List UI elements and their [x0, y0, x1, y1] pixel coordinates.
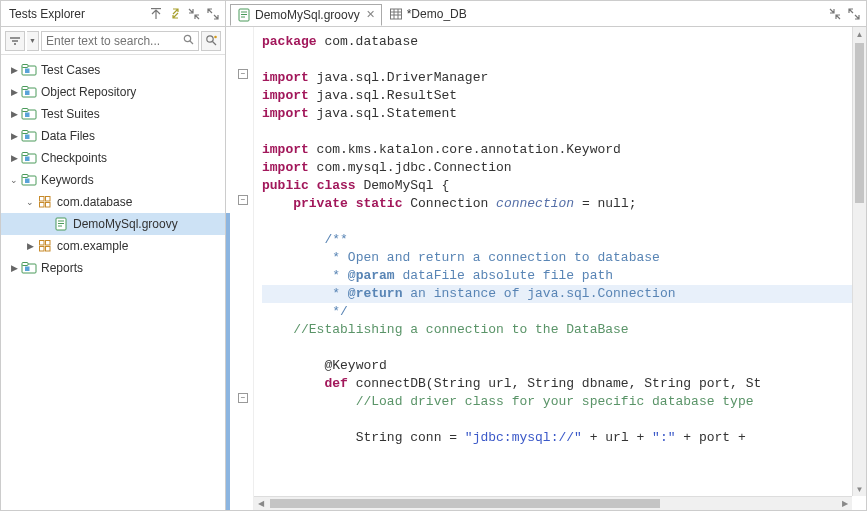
chevron-right-icon[interactable]: ▶: [7, 129, 21, 143]
svg-rect-41: [25, 267, 30, 272]
scroll-up-arrow[interactable]: ▲: [853, 27, 866, 41]
groovy-file-icon: [53, 217, 69, 231]
tab-demodb[interactable]: *Demo_DB: [382, 3, 474, 25]
tree-label: Data Files: [41, 129, 95, 143]
folder-icon: [21, 151, 37, 165]
scroll-thumb[interactable]: [270, 499, 660, 508]
tree-label: Keywords: [41, 173, 94, 187]
tab-label: DemoMySql.groovy: [255, 8, 360, 22]
folder-icon: [21, 107, 37, 121]
explorer-header: Tests Explorer: [1, 1, 225, 27]
svg-line-7: [212, 42, 216, 46]
svg-rect-11: [25, 69, 30, 74]
chevron-down-icon[interactable]: ⌄: [23, 195, 37, 209]
folder-icon: [21, 261, 37, 275]
chevron-right-icon[interactable]: ▶: [7, 85, 21, 99]
svg-point-8: [214, 36, 217, 39]
svg-rect-22: [22, 153, 28, 156]
scroll-down-arrow[interactable]: ▼: [853, 482, 866, 496]
minimize-icon[interactable]: [827, 6, 843, 22]
fold-minus-icon[interactable]: −: [238, 69, 248, 79]
svg-rect-30: [46, 203, 51, 208]
svg-rect-14: [25, 91, 30, 96]
svg-line-5: [190, 41, 193, 44]
search-row: ▼: [1, 27, 225, 55]
tree-item-test-cases[interactable]: ▶ Test Cases: [1, 59, 225, 81]
search-field-wrap: [41, 31, 199, 51]
search-input[interactable]: [46, 34, 194, 48]
svg-rect-20: [25, 135, 30, 140]
svg-rect-35: [40, 241, 45, 246]
fold-minus-icon[interactable]: −: [238, 393, 248, 403]
tree-item-keywords[interactable]: ⌄ Keywords: [1, 169, 225, 191]
scroll-thumb[interactable]: [855, 43, 864, 203]
tree-label: Object Repository: [41, 85, 136, 99]
chevron-right-icon[interactable]: ▶: [7, 107, 21, 121]
tree-label: com.example: [57, 239, 128, 253]
search-icon: [183, 34, 194, 47]
fold-minus-icon[interactable]: −: [238, 195, 248, 205]
svg-rect-28: [46, 197, 51, 202]
tree-item-checkpoints[interactable]: ▶ Checkpoints: [1, 147, 225, 169]
svg-rect-37: [40, 247, 45, 252]
tree-item-demomysql[interactable]: ▶ DemoMySql.groovy: [1, 213, 225, 235]
scroll-right-arrow[interactable]: ▶: [838, 497, 852, 510]
tree-label: com.database: [57, 195, 132, 209]
link-icon[interactable]: [167, 6, 183, 22]
horizontal-scrollbar[interactable]: ◀ ▶: [254, 496, 852, 510]
vertical-scrollbar[interactable]: ▲ ▼: [852, 27, 866, 496]
svg-rect-10: [22, 65, 28, 68]
tree-item-reports[interactable]: ▶ Reports: [1, 257, 225, 279]
groovy-file-icon: [237, 8, 251, 22]
minimize-icon[interactable]: [186, 6, 202, 22]
collapse-top-icon[interactable]: [148, 6, 164, 22]
chevron-right-icon[interactable]: ▶: [7, 151, 21, 165]
package-icon: [37, 195, 53, 209]
svg-rect-19: [22, 131, 28, 134]
svg-rect-17: [25, 113, 30, 118]
advanced-search-button[interactable]: [201, 31, 221, 51]
folder-icon: [21, 63, 37, 77]
chevron-right-icon[interactable]: ▶: [7, 63, 21, 77]
tree-label: Reports: [41, 261, 83, 275]
editor-tab-bar: DemoMySql.groovy ✕ *Demo_DB: [226, 1, 866, 27]
scroll-left-arrow[interactable]: ◀: [254, 497, 268, 510]
svg-point-6: [206, 36, 212, 42]
tree-label: DemoMySql.groovy: [73, 217, 178, 231]
tree-item-data-files[interactable]: ▶ Data Files: [1, 125, 225, 147]
filter-dropdown[interactable]: ▼: [27, 31, 39, 51]
tree-item-test-suites[interactable]: ▶ Test Suites: [1, 103, 225, 125]
code-text[interactable]: package com.database import java.sql.Dri…: [254, 27, 866, 510]
tab-label: *Demo_DB: [407, 7, 467, 21]
tree-label: Checkpoints: [41, 151, 107, 165]
maximize-icon[interactable]: [205, 6, 221, 22]
svg-rect-25: [22, 175, 28, 178]
tests-explorer-panel: Tests Explorer ▼ ▶ Test Cases ▶ Object R…: [1, 1, 226, 510]
svg-rect-27: [40, 197, 45, 202]
explorer-title: Tests Explorer: [5, 7, 148, 21]
folder-icon: [21, 129, 37, 143]
svg-rect-23: [25, 157, 30, 162]
tree-item-com-database[interactable]: ⌄ com.database: [1, 191, 225, 213]
tree-item-com-example[interactable]: ▶ com.example: [1, 235, 225, 257]
svg-rect-46: [390, 9, 401, 19]
tab-demomysql[interactable]: DemoMySql.groovy ✕: [230, 4, 382, 26]
tree-item-object-repo[interactable]: ▶ Object Repository: [1, 81, 225, 103]
maximize-icon[interactable]: [846, 6, 862, 22]
close-icon[interactable]: ✕: [366, 8, 375, 21]
table-icon: [389, 7, 403, 21]
filter-button[interactable]: [5, 31, 25, 51]
svg-rect-38: [46, 247, 51, 252]
svg-rect-40: [22, 263, 28, 266]
folder-icon: [21, 85, 37, 99]
chevron-right-icon[interactable]: ▶: [7, 261, 21, 275]
tree-view[interactable]: ▶ Test Cases ▶ Object Repository ▶ Test …: [1, 55, 225, 510]
tree-label: Test Cases: [41, 63, 100, 77]
change-marker: [226, 213, 230, 510]
chevron-down-icon[interactable]: ⌄: [7, 173, 21, 187]
svg-rect-13: [22, 87, 28, 90]
chevron-right-icon[interactable]: ▶: [23, 239, 37, 253]
svg-rect-26: [25, 179, 30, 184]
svg-rect-36: [46, 241, 51, 246]
code-editor[interactable]: − − − package com.database import java.s…: [226, 27, 866, 510]
